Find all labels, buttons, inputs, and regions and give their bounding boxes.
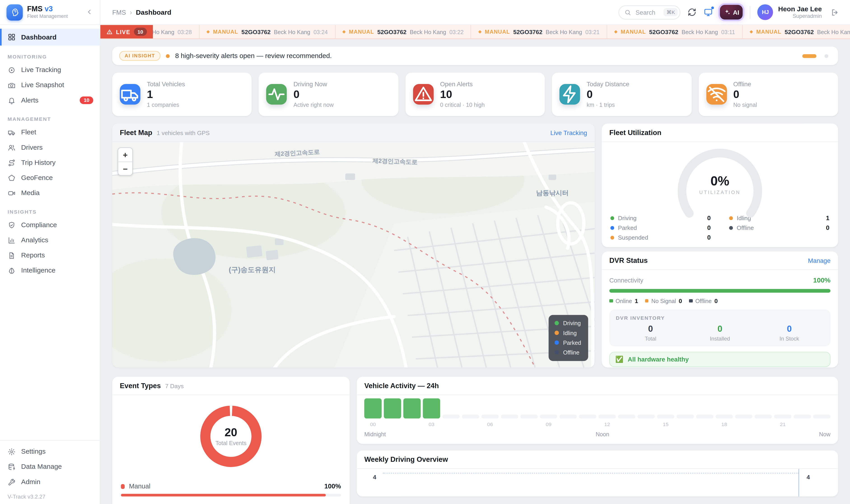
- ticker-alert[interactable]: ◆ MANUAL 52GO3762 Beck Ho Kang 03:21: [471, 25, 607, 38]
- sidebar-item[interactable]: Analytics: [0, 233, 100, 248]
- alert-tag: MANUAL: [756, 29, 781, 35]
- search-input[interactable]: ⌘K: [619, 5, 681, 19]
- fleet-map-card: Fleet Map 1 vehicles with GPS Live Track…: [112, 124, 595, 367]
- inventory-value: 0: [616, 325, 685, 333]
- user-name: Heon Jae Lee: [778, 5, 822, 13]
- legend-dot: [610, 235, 614, 239]
- user-info: Heon Jae Lee Superadmin: [778, 5, 822, 19]
- wifi-off-icon: [706, 84, 727, 105]
- refresh-icon[interactable]: [688, 8, 697, 17]
- zoom-in-button[interactable]: +: [118, 148, 132, 161]
- data-label-left: 4: [373, 474, 377, 480]
- event-percent-bar: [121, 494, 341, 497]
- legend-dot: [610, 226, 614, 230]
- activity-bar: [618, 415, 635, 418]
- sidebar-item-dashboard[interactable]: Dashboard: [0, 29, 100, 46]
- live-tracking-link[interactable]: Live Tracking: [550, 129, 587, 136]
- activity-bar: [579, 415, 596, 418]
- drivers-icon: [8, 143, 16, 151]
- ticker-alert[interactable]: ◆ MANUAL 52GO3762 Beck Ho Kang 02:58: [743, 25, 850, 38]
- sidebar-item[interactable]: Alerts 10: [0, 93, 100, 108]
- logout-icon[interactable]: [831, 8, 839, 17]
- sidebar-item[interactable]: Live Tracking: [0, 62, 100, 77]
- manage-link[interactable]: Manage: [808, 257, 831, 264]
- note-now: Now: [819, 431, 830, 437]
- dashboard-icon: [8, 33, 16, 41]
- stat-card[interactable]: Driving Now 0 Active right now: [259, 73, 398, 116]
- sidebar-item[interactable]: Media: [0, 185, 100, 200]
- legend-percent: 100%: [324, 482, 341, 490]
- sidebar-section-insights: INSIGHTS: [8, 209, 100, 215]
- sidebar-item-label: Data Manage: [21, 463, 62, 471]
- event-percent-fill: [121, 494, 325, 497]
- search-field[interactable]: [635, 8, 661, 16]
- sidebar-item[interactable]: Fleet: [0, 125, 100, 140]
- user-menu[interactable]: HJ Heon Jae Lee Superadmin: [757, 4, 822, 20]
- carousel-indicator[interactable]: [825, 54, 828, 58]
- ai-assistant-button[interactable]: AI: [720, 5, 743, 20]
- event-legend-row: Manual 100%: [121, 482, 341, 490]
- stat-subtext: 1 companies: [147, 102, 185, 108]
- vehicle-activity-title: Vehicle Activity — 24h: [364, 382, 439, 390]
- sidebar-item[interactable]: Compliance: [0, 217, 100, 233]
- ticker-alert[interactable]: ◆ MANUAL 52GO3762 Beck Ho Kang 03:11: [607, 25, 743, 38]
- stat-label: Total Vehicles: [147, 81, 185, 87]
- alert-driver: Beck Ho Kang: [682, 29, 718, 35]
- chart-cursor-line: [798, 469, 799, 496]
- breadcrumb-current: Dashboard: [136, 8, 171, 16]
- ticker-alert[interactable]: ◆ MANUAL 52GO3762 Beck Ho Kang 03:28: [153, 25, 199, 38]
- sidebar-item[interactable]: Admin: [0, 474, 100, 489]
- sidebar-item-label: GeoFence: [21, 174, 53, 182]
- live-tracking-icon: [8, 66, 16, 74]
- total-events-value: 20: [225, 427, 237, 438]
- truck-icon: [120, 84, 141, 105]
- sidebar-item-label: Media: [21, 189, 40, 197]
- breadcrumb-root[interactable]: FMS: [112, 8, 126, 16]
- activity-bar: [442, 415, 460, 418]
- sidebar-item[interactable]: Reports: [0, 248, 100, 263]
- search-shortcut: ⌘K: [664, 8, 678, 16]
- diamond-icon: ◆: [206, 29, 210, 34]
- event-types-header: Event Types 7 Days: [112, 377, 349, 395]
- legend-value: 0: [707, 224, 711, 231]
- legend-square: [645, 299, 649, 303]
- utilization-legend-item: Suspended 0: [610, 234, 711, 241]
- sidebar-item[interactable]: Trip History: [0, 155, 100, 170]
- activity-bar: [813, 415, 831, 418]
- carousel-indicator-active[interactable]: [802, 54, 816, 58]
- stat-card[interactable]: Offline 0 No signal: [699, 73, 838, 116]
- media-icon: [8, 189, 16, 197]
- weekly-driving-card: Weekly Driving Overview 4 4: [357, 450, 838, 497]
- alert-driver: Beck Ho Kang: [410, 29, 446, 35]
- gridline-dotted: [383, 473, 799, 474]
- activity-bar: [696, 415, 713, 418]
- stat-value: 0: [293, 89, 334, 100]
- stat-card[interactable]: Today Distance 0 km · 1 trips: [552, 73, 691, 116]
- map-canvas[interactable]: 제2경인고속도로 제2경인고속도로 남동낚시터 (구)송도유원지 + −: [112, 142, 595, 367]
- screen: FMS v3 Fleet Management Dashboard MONITO…: [0, 0, 850, 504]
- connectivity-bar-fill: [609, 289, 830, 293]
- stat-card[interactable]: Total Vehicles 1 1 companies: [112, 73, 252, 116]
- sidebar-item[interactable]: GeoFence: [0, 170, 100, 185]
- ticker-alert[interactable]: ◆ MANUAL 52GO3762 Beck Ho Kang 03:24: [199, 25, 336, 38]
- sidebar-item-label: Compliance: [21, 221, 57, 229]
- sidebar-item[interactable]: Settings: [0, 444, 100, 459]
- legend-dot: [555, 330, 559, 335]
- vehicle-activity-chart: 0003060912151821 Midnight Noon Now: [357, 395, 838, 437]
- zoom-out-button[interactable]: −: [118, 161, 132, 175]
- stat-card[interactable]: Open Alerts 10 0 critical · 10 high: [405, 73, 545, 116]
- sidebar-item[interactable]: Data Manage: [0, 459, 100, 474]
- sidebar-item[interactable]: Drivers: [0, 140, 100, 155]
- inventory-column: 0 In Stock: [755, 325, 824, 341]
- ticker-alert[interactable]: ◆ MANUAL 52GO3762 Beck Ho Kang 03:22: [336, 25, 471, 38]
- fleet-map-header: Fleet Map 1 vehicles with GPS Live Track…: [112, 124, 595, 142]
- map-image: 제2경인고속도로 제2경인고속도로 남동낚시터 (구)송도유원지: [112, 142, 595, 367]
- sidebar-item[interactable]: Live Snapshot: [0, 77, 100, 93]
- monitor-icon[interactable]: [704, 8, 713, 17]
- avatar[interactable]: HJ: [757, 4, 773, 20]
- sidebar-item[interactable]: Intelligence: [0, 263, 100, 278]
- dvr-status-body: Connectivity 100% Online 1: [602, 270, 838, 367]
- sidebar-collapse-icon[interactable]: [86, 8, 94, 17]
- alerts-icon: [8, 96, 16, 104]
- sidebar-item-label: Drivers: [21, 144, 43, 151]
